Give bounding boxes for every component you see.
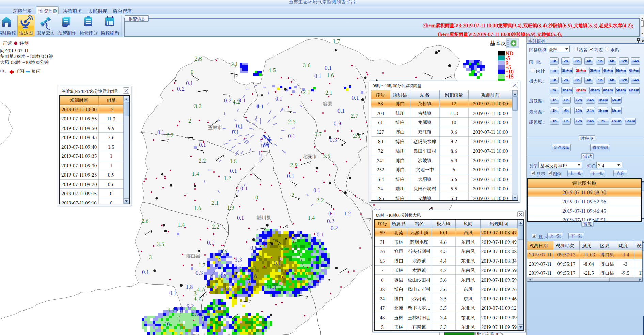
svg-text:2.1: 2.1 xyxy=(211,199,218,206)
svg-text:4.7: 4.7 xyxy=(197,286,204,293)
svg-text:0.1: 0.1 xyxy=(232,128,239,135)
svg-text:正闪: 正闪 xyxy=(15,68,24,74)
svg-text:0.1: 0.1 xyxy=(325,64,331,71)
svg-text:缺测: 缺测 xyxy=(19,39,29,46)
svg-text:0.1: 0.1 xyxy=(317,231,324,238)
svg-text:玉林市: 玉林市 xyxy=(208,124,222,131)
svg-text:1.4: 1.4 xyxy=(178,221,185,228)
svg-text:2.7: 2.7 xyxy=(315,130,322,137)
svg-text:2.1: 2.1 xyxy=(231,60,238,67)
svg-text:2.2: 2.2 xyxy=(212,223,219,230)
svg-text:1.4: 1.4 xyxy=(192,170,199,177)
svg-text:0.1: 0.1 xyxy=(352,94,359,101)
svg-text:2.1: 2.1 xyxy=(325,89,332,96)
svg-text:1.6: 1.6 xyxy=(327,71,334,78)
svg-text:2.5: 2.5 xyxy=(288,118,296,125)
svg-text:0.1: 0.1 xyxy=(238,97,245,104)
svg-text:1.2: 1.2 xyxy=(344,210,351,217)
svg-text:0: 0 xyxy=(255,194,258,201)
svg-text:陆川县: 陆川县 xyxy=(257,214,271,221)
svg-text:1.2: 1.2 xyxy=(224,174,231,181)
svg-text:0.1: 0.1 xyxy=(328,210,335,217)
svg-text:2.7: 2.7 xyxy=(351,112,358,119)
svg-text:正常: 正常 xyxy=(3,39,12,46)
svg-text:2.6: 2.6 xyxy=(279,244,286,251)
svg-text:1.4: 1.4 xyxy=(308,214,315,221)
svg-text:0.3: 0.3 xyxy=(330,136,337,143)
svg-text:0.1: 0.1 xyxy=(230,167,237,174)
svg-text:0.1: 0.1 xyxy=(256,103,263,110)
svg-text:0.1: 0.1 xyxy=(169,289,176,296)
svg-text:博白县: 博白县 xyxy=(186,252,200,259)
svg-text:0.2: 0.2 xyxy=(177,85,185,92)
svg-text:1.7: 1.7 xyxy=(199,261,205,268)
svg-text:大风:08时～10时00分钟: 大风:08时～10时00分钟 xyxy=(0,58,49,65)
svg-text:0.1: 0.1 xyxy=(274,259,281,266)
svg-text:0.1: 0.1 xyxy=(199,141,206,148)
svg-text:+15: +15 xyxy=(506,73,514,80)
svg-text:3.7: 3.7 xyxy=(235,263,242,270)
svg-text:3.5: 3.5 xyxy=(157,240,164,247)
svg-text:0.2: 0.2 xyxy=(327,217,334,224)
svg-text:0.1: 0.1 xyxy=(275,95,282,102)
svg-text:3.5: 3.5 xyxy=(323,152,330,159)
svg-text:12: 12 xyxy=(224,285,230,292)
svg-text:11.3: 11.3 xyxy=(267,283,276,290)
svg-text:10: 10 xyxy=(164,320,170,328)
svg-text:2.2: 2.2 xyxy=(199,157,206,164)
svg-text:9.6: 9.6 xyxy=(175,306,183,313)
svg-text:2.2: 2.2 xyxy=(253,253,261,261)
svg-text:负闪: 负闪 xyxy=(31,68,41,74)
svg-text:基本反: 基本反 xyxy=(490,39,506,47)
svg-text:2.9: 2.9 xyxy=(290,161,298,168)
svg-text:0.1: 0.1 xyxy=(157,128,164,135)
svg-text:0.1: 0.1 xyxy=(237,214,244,221)
svg-text:2.6: 2.6 xyxy=(141,217,149,224)
svg-text:0.1: 0.1 xyxy=(337,107,344,114)
svg-text:2.8: 2.8 xyxy=(194,55,202,62)
svg-text:4.4: 4.4 xyxy=(167,306,175,313)
svg-text:3.6: 3.6 xyxy=(303,61,311,68)
svg-text:0.1: 0.1 xyxy=(142,268,149,275)
svg-text:0.1: 0.1 xyxy=(207,239,214,246)
svg-text:2.1: 2.1 xyxy=(303,88,310,95)
svg-text:5.3: 5.3 xyxy=(247,277,255,284)
svg-text:0.1: 0.1 xyxy=(288,132,295,139)
svg-text:3.6: 3.6 xyxy=(220,248,227,255)
svg-text:4.5: 4.5 xyxy=(268,66,276,73)
svg-text:0.1: 0.1 xyxy=(313,186,320,194)
svg-text:电:: 电: xyxy=(0,68,6,74)
svg-text:2.2: 2.2 xyxy=(166,131,174,138)
svg-text:3.3: 3.3 xyxy=(219,272,227,279)
svg-text:容县: 容县 xyxy=(323,100,332,107)
svg-text:2.3: 2.3 xyxy=(249,264,256,271)
svg-text:0.1: 0.1 xyxy=(186,79,193,86)
svg-text:1.8: 1.8 xyxy=(186,283,193,290)
svg-text:4.1: 4.1 xyxy=(194,295,201,302)
svg-text:1.8: 1.8 xyxy=(230,157,237,164)
svg-text:2: 2 xyxy=(291,191,294,198)
svg-text:0.3: 0.3 xyxy=(195,269,203,276)
svg-text:2: 2 xyxy=(188,117,191,124)
svg-text:6.9: 6.9 xyxy=(192,310,199,317)
svg-text:北流市: 北流市 xyxy=(302,153,317,160)
svg-text:0.1: 0.1 xyxy=(240,185,247,192)
svg-text:3: 3 xyxy=(149,253,152,261)
svg-text:0.2: 0.2 xyxy=(224,97,232,104)
svg-text:3.3: 3.3 xyxy=(194,102,202,110)
svg-text:2.2: 2.2 xyxy=(316,196,324,203)
svg-text:0.1: 0.1 xyxy=(287,172,294,179)
svg-text:9.2: 9.2 xyxy=(187,302,194,309)
svg-text:1.6: 1.6 xyxy=(194,204,201,211)
svg-text:0.3: 0.3 xyxy=(334,120,341,127)
svg-text:3.3: 3.3 xyxy=(235,256,242,263)
svg-text:2.8: 2.8 xyxy=(353,132,360,139)
svg-text:1.9: 1.9 xyxy=(227,204,234,211)
svg-text:1.7: 1.7 xyxy=(333,37,340,45)
svg-text:0.2: 0.2 xyxy=(331,224,338,231)
svg-text:0.8: 0.8 xyxy=(250,244,258,251)
svg-text:0: 0 xyxy=(191,68,193,75)
svg-text:0.1: 0.1 xyxy=(314,72,321,79)
